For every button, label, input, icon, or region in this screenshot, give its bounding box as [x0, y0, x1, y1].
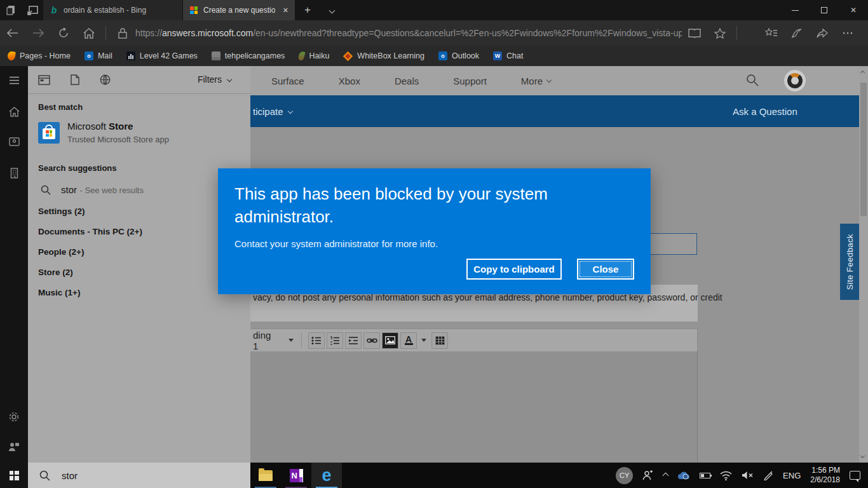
font-color-button[interactable]: A: [400, 332, 417, 349]
group-documents[interactable]: Documents - This PC (2+): [38, 227, 142, 236]
wifi-icon[interactable]: [720, 471, 732, 480]
tab-bing[interactable]: b ordain & establish - Bing: [43, 0, 183, 20]
chevron-down-icon: [227, 77, 232, 82]
site-feedback-tab[interactable]: Site Feedback: [840, 224, 859, 300]
taskbar-onenote[interactable]: N: [281, 463, 311, 488]
tab-close-icon[interactable]: ✕: [280, 6, 288, 15]
nav-more[interactable]: More: [521, 76, 551, 86]
scrollbar-thumb[interactable]: [860, 83, 867, 216]
set-tabs-aside-icon[interactable]: [0, 0, 22, 20]
heading-style-dropdown[interactable]: ding 1: [253, 330, 299, 351]
copy-to-clipboard-button[interactable]: Copy to clipboard: [466, 259, 562, 280]
group-music[interactable]: Music (1+): [38, 288, 80, 297]
group-store[interactable]: Store (2): [38, 268, 73, 277]
best-match-result-microsoft-store[interactable]: Microsoft Store Trusted Microsoft Store …: [38, 121, 169, 144]
edge-command-bar: https://answers.microsoft.com/en-us/newt…: [0, 20, 868, 46]
nav-deals[interactable]: Deals: [395, 76, 419, 86]
insert-image-button[interactable]: [382, 332, 398, 349]
battery-icon[interactable]: [700, 473, 710, 478]
group-settings[interactable]: Settings (2): [38, 207, 85, 216]
web-note-pen-icon[interactable]: [784, 28, 810, 38]
new-tab-button[interactable]: +: [295, 0, 320, 20]
dialog-message: Contact your system administrator for mo…: [234, 238, 634, 249]
caret-down-icon: [288, 339, 294, 342]
tab-preview-icon[interactable]: [22, 0, 43, 20]
home-icon[interactable]: [76, 28, 102, 39]
favorite-haiku[interactable]: Haiku: [299, 51, 329, 60]
time: 1:56 PM: [810, 466, 840, 475]
onenote-icon: N: [290, 469, 303, 482]
page-scrollbar[interactable]: [859, 66, 868, 463]
search-suggestions-header: Search suggestions: [38, 163, 117, 173]
favorite-chat[interactable]: WChat: [493, 51, 523, 60]
building-icon[interactable]: [0, 168, 28, 179]
show-hidden-icons-chevron[interactable]: [663, 472, 669, 478]
bullet-list-button[interactable]: [308, 332, 325, 349]
date: 2/6/2018: [810, 475, 840, 485]
user-avatar[interactable]: CY: [616, 467, 633, 484]
numbered-list-button[interactable]: [327, 332, 343, 349]
web-filter-icon[interactable]: [100, 74, 111, 85]
start-button[interactable]: [0, 463, 28, 488]
volume-muted-icon[interactable]: [742, 471, 754, 480]
address-bar[interactable]: https://answers.microsoft.com/en-us/newt…: [135, 28, 682, 38]
favorite-pages-home[interactable]: Pages - Home: [8, 51, 71, 60]
back-icon[interactable]: [0, 28, 25, 38]
hamburger-menu-icon[interactable]: [0, 76, 28, 85]
taskbar-file-explorer[interactable]: [250, 463, 281, 488]
pages-home-icon: [7, 51, 16, 61]
tab-label: ordain & establish - Bing: [64, 6, 176, 15]
indent-button[interactable]: [345, 332, 362, 349]
more-options-icon[interactable]: ⋯: [835, 26, 860, 40]
account-avatar[interactable]: [784, 70, 806, 92]
notebook-icon[interactable]: [0, 137, 28, 147]
documents-filter-icon[interactable]: [71, 74, 79, 85]
minimize-button[interactable]: [780, 0, 810, 20]
settings-gear-icon[interactable]: [0, 411, 28, 423]
forward-icon[interactable]: [25, 28, 51, 38]
ask-a-question-link[interactable]: Ask a Question: [733, 106, 797, 117]
bing-favicon: b: [50, 6, 58, 15]
question-body-editor[interactable]: [240, 351, 698, 463]
favorite-whitebox[interactable]: WhiteBox Learning: [343, 51, 424, 60]
scroll-down-icon[interactable]: [860, 454, 865, 458]
taskbar-search-box[interactable]: stor: [28, 463, 250, 488]
nav-xbox[interactable]: Xbox: [339, 76, 360, 86]
onedrive-icon[interactable]: [677, 471, 690, 480]
search-home-icon[interactable]: [0, 107, 28, 117]
reading-view-icon[interactable]: [682, 28, 707, 38]
favorite-mail[interactable]: oMail: [85, 51, 112, 60]
language-indicator[interactable]: ENG: [783, 471, 801, 480]
clock[interactable]: 1:56 PM 2/6/2018: [810, 466, 840, 485]
windows-taskbar: stor N e CY ENG 1:56 PM 2/6/2018: [0, 463, 868, 488]
nav-surface[interactable]: Surface: [271, 76, 304, 86]
feedback-icon[interactable]: [0, 442, 28, 452]
share-icon[interactable]: [810, 28, 835, 38]
favorites-hub-icon[interactable]: [759, 28, 784, 38]
close-button[interactable]: Close: [577, 259, 634, 280]
close-window-button[interactable]: ✕: [839, 0, 868, 20]
tab-list-chevron-icon[interactable]: [320, 0, 343, 20]
maximize-button[interactable]: [810, 0, 839, 20]
nav-support[interactable]: Support: [453, 76, 487, 86]
filters-dropdown[interactable]: Filters: [198, 74, 231, 85]
web-search-suggestion[interactable]: stor - See web results: [41, 184, 144, 196]
add-favorite-star-icon[interactable]: [707, 28, 733, 39]
apps-filter-icon[interactable]: [38, 75, 50, 85]
action-center-icon[interactable]: [850, 471, 860, 480]
scroll-up-icon[interactable]: [860, 71, 865, 75]
favorite-level42[interactable]: Level 42 Games: [126, 51, 198, 60]
insert-table-button[interactable]: [431, 332, 448, 349]
refresh-icon[interactable]: [51, 27, 76, 39]
taskbar-edge[interactable]: e: [311, 463, 342, 488]
group-people[interactable]: People (2+): [38, 247, 84, 257]
tab-create-question[interactable]: Create a new question o ✕: [183, 0, 295, 20]
participate-menu[interactable]: ticipate: [253, 106, 292, 117]
pen-icon[interactable]: [763, 470, 773, 480]
site-search-icon[interactable]: [746, 74, 759, 86]
insert-link-button[interactable]: [363, 332, 380, 349]
people-icon[interactable]: [642, 470, 654, 480]
favorite-tehpelicangames[interactable]: tehpelicangames: [212, 51, 285, 60]
favorite-outlook[interactable]: oOutlook: [438, 51, 479, 60]
font-color-caret-icon[interactable]: [421, 339, 426, 342]
